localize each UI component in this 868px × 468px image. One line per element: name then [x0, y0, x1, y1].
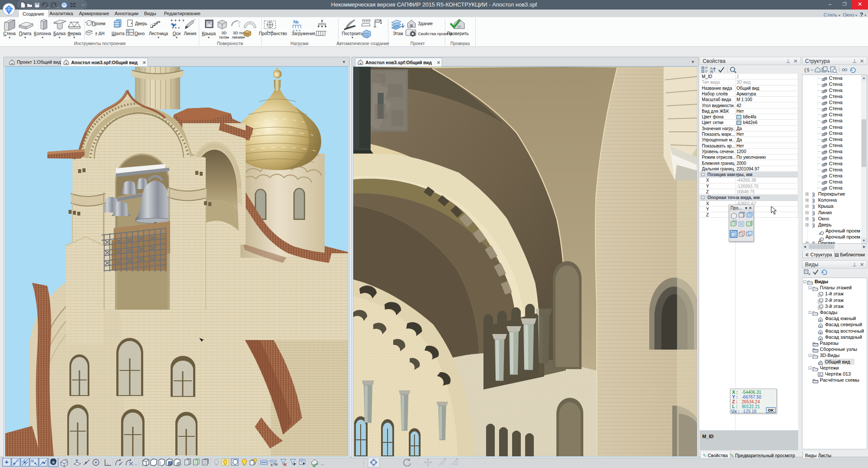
svg-text:1: 1 [238, 24, 240, 28]
svg-text:№: № [273, 462, 278, 466]
svg-text:Я: Я [710, 70, 713, 74]
svg-text:{§: {§ [804, 68, 809, 73]
svg-text:№: № [293, 19, 299, 24]
